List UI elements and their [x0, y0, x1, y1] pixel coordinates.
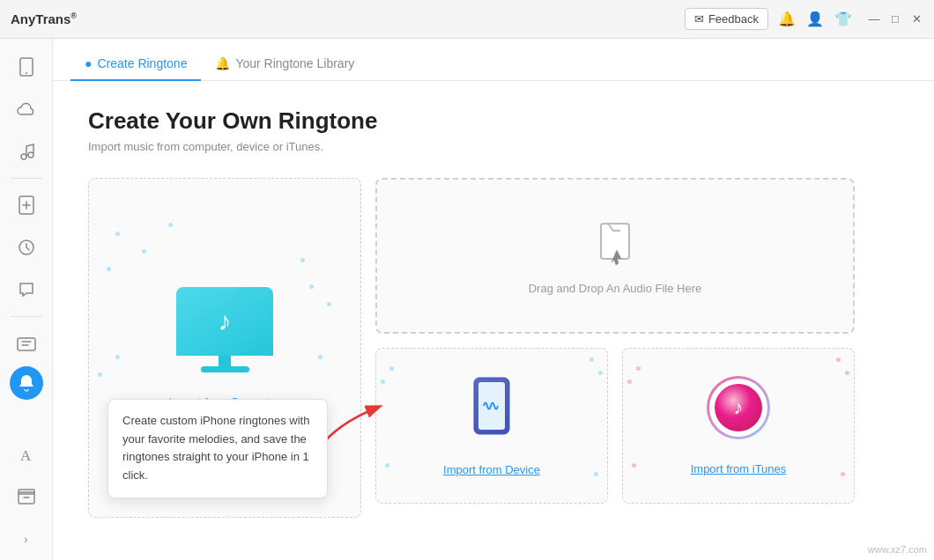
- bottom-brand: www.xz7.com: [868, 544, 927, 555]
- card-import-device[interactable]: Import from Device: [375, 348, 608, 504]
- window-controls: — □ ✕: [867, 12, 923, 26]
- itunes-note-icon: ♪: [734, 396, 744, 419]
- device-phone-icon: [471, 375, 512, 440]
- card-drag-drop[interactable]: Drag and Drop An Audio File Here: [375, 178, 855, 334]
- tab-ringtone-library-label: Your Ringtone Library: [235, 56, 354, 70]
- sidebar-item-bell[interactable]: [10, 366, 43, 400]
- mail-icon: ✉: [694, 12, 704, 26]
- close-button[interactable]: ✕: [909, 12, 923, 26]
- svg-point-3: [28, 152, 33, 158]
- content-area: ● Create Ringtone 🔔 Your Ringtone Librar…: [53, 39, 934, 560]
- sidebar-item-chat[interactable]: [7, 270, 46, 309]
- svg-text:A: A: [20, 447, 32, 463]
- card-import-itunes[interactable]: ♪ Import from iTunes: [622, 348, 855, 504]
- import-device-link[interactable]: Import from Device: [443, 463, 540, 476]
- sidebar-item-cloud[interactable]: [7, 90, 46, 129]
- svg-rect-10: [601, 224, 629, 259]
- monitor-stem: [219, 356, 231, 366]
- tab-library-icon: 🔔: [215, 56, 230, 70]
- main-layout: A › ● Create Ringtone 🔔 Your Ringtone Li…: [0, 39, 934, 560]
- tab-create-ringtone-label: Create Ringtone: [97, 56, 187, 70]
- tshirt-icon[interactable]: 👕: [834, 10, 853, 29]
- sidebar-item-history[interactable]: [7, 228, 46, 267]
- sidebar-more-button[interactable]: ›: [7, 527, 46, 551]
- svg-point-2: [21, 154, 26, 159]
- page-subtitle: Import music from computer, device or iT…: [88, 140, 899, 153]
- sidebar-divider-2: [11, 316, 42, 317]
- maximize-button[interactable]: □: [888, 12, 902, 26]
- tab-ringtone-library[interactable]: 🔔 Your Ringtone Library: [201, 48, 368, 81]
- svg-rect-6: [18, 338, 35, 350]
- brand-text: www.xz7.com: [868, 544, 927, 555]
- sidebar-item-device[interactable]: [7, 48, 46, 86]
- bottom-right-cards: Import from Device: [375, 348, 855, 504]
- tab-bar: ● Create Ringtone 🔔 Your Ringtone Librar…: [53, 39, 934, 81]
- right-cards: Drag and Drop An Audio File Here: [375, 178, 855, 504]
- tooltip-popup: Create custom iPhone ringtones with your…: [107, 399, 328, 498]
- minimize-button[interactable]: —: [867, 12, 881, 26]
- title-bar: AnyTrans® ✉ Feedback 🔔 👤 👕 — □ ✕: [0, 0, 934, 39]
- sidebar-item-font[interactable]: A: [7, 435, 46, 474]
- sidebar-item-music[interactable]: [7, 132, 46, 171]
- drag-drop-icon: [589, 217, 641, 273]
- music-note-icon: ♪: [219, 306, 232, 336]
- page-content: Create Your Own Ringtone Import music fr…: [53, 81, 934, 560]
- sidebar-bottom: A: [7, 435, 46, 523]
- tab-create-icon: ●: [85, 56, 92, 70]
- tooltip-text: Create custom iPhone ringtones with your…: [122, 414, 309, 482]
- feedback-label: Feedback: [708, 12, 759, 26]
- monitor-body: ♪: [176, 287, 273, 356]
- computer-illustration: ♪: [176, 287, 273, 372]
- feedback-button[interactable]: ✉ Feedback: [685, 8, 768, 30]
- itunes-inner-icon: ♪: [715, 384, 762, 431]
- itunes-icon: ♪: [707, 376, 770, 439]
- sidebar-divider-1: [11, 178, 42, 179]
- app-logo: AnyTrans®: [11, 11, 77, 26]
- sidebar-item-heic[interactable]: [7, 324, 46, 363]
- user-icon[interactable]: 👤: [805, 10, 825, 29]
- sidebar-item-archive[interactable]: [7, 477, 46, 516]
- title-bar-right: ✉ Feedback 🔔 👤 👕 — □ ✕: [685, 8, 923, 30]
- sidebar-item-import[interactable]: [7, 186, 46, 225]
- app-name: AnyTrans: [11, 11, 70, 26]
- drag-drop-label: Drag and Drop An Audio File Here: [529, 282, 702, 295]
- import-itunes-link[interactable]: Import from iTunes: [691, 462, 787, 475]
- bell-icon[interactable]: 🔔: [777, 10, 797, 29]
- page-title: Create Your Own Ringtone: [88, 107, 899, 135]
- app-symbol: ®: [70, 11, 77, 20]
- title-bar-left: AnyTrans®: [11, 11, 77, 26]
- monitor-base: [201, 366, 249, 372]
- sidebar: A ›: [0, 39, 53, 560]
- tab-create-ringtone[interactable]: ● Create Ringtone: [70, 48, 201, 81]
